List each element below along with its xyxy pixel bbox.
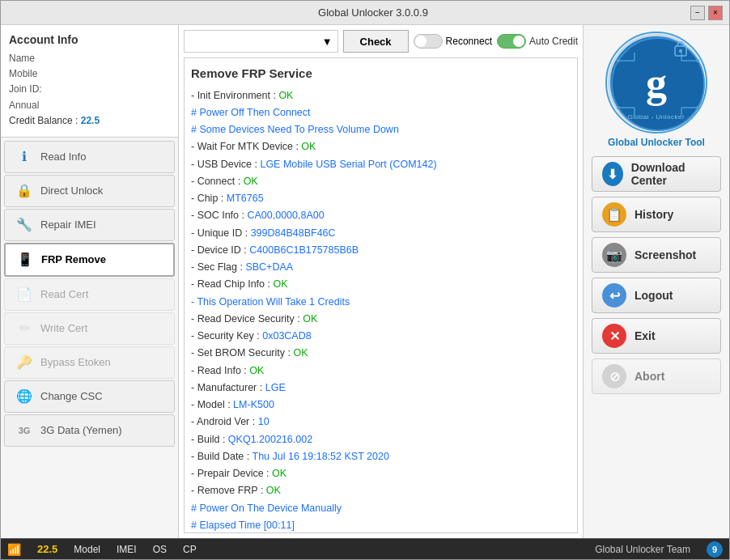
account-info-title: Account Info (9, 33, 170, 46)
log-line: - Prepair Device : OK (191, 465, 571, 482)
change-csc-icon: 🌐 (15, 387, 34, 406)
sidebar-item-3g-data[interactable]: 3G 3G Data (Yemen) (4, 414, 175, 447)
download-center-label: Download Center (631, 161, 711, 187)
window-title: Global Unlocker 3.0.0.9 (56, 6, 690, 19)
logo-ring: g Global - Unlocker (605, 32, 707, 134)
log-area: Remove FRP Service - Init Environment : … (184, 57, 578, 533)
exit-label: Exit (635, 329, 656, 342)
status-bar: 📶 22.5 Model IMEI OS CP Global Unlocker … (1, 538, 729, 559)
window-controls: − × (690, 6, 723, 20)
sidebar-item-read-cert[interactable]: 📄 Read Cert (4, 278, 175, 311)
logo-circle: g Global - Unlocker (608, 34, 705, 131)
minimize-button[interactable]: − (690, 6, 705, 20)
exit-button[interactable]: ✕ Exit (592, 318, 721, 354)
status-badge: 9 (707, 541, 723, 558)
sidebar-buttons: ℹ Read Info 🔒 Direct Unlock 🔧 Repair IME… (1, 138, 178, 538)
abort-label: Abort (635, 370, 664, 383)
log-line: - Connect : OK (191, 173, 571, 190)
sidebar-item-label: 3G Data (Yemen) (40, 424, 122, 436)
sidebar: Account Info Name Mobile Join ID: Annual… (1, 25, 179, 538)
account-name-label: Name (9, 51, 170, 66)
write-cert-icon: ✏ (15, 319, 34, 338)
sidebar-item-change-csc[interactable]: 🌐 Change CSC (4, 380, 175, 413)
log-line: # Power On The Device Manually (191, 500, 571, 517)
log-line: - Remove FRP : OK (191, 482, 571, 499)
history-label: History (635, 208, 673, 221)
main-window: Global Unlocker 3.0.0.9 − × Account Info… (0, 0, 730, 560)
reconnect-label: Reconnect (446, 36, 492, 47)
status-cp-label: CP (183, 544, 197, 555)
center-panel: ▼ Check Reconnect Auto Credit Remo (179, 25, 584, 538)
log-line: - Unique ID : 399D84B48BF46C (191, 225, 571, 242)
screenshot-button[interactable]: 📷 Screenshot (592, 237, 721, 273)
status-credit: 22.5 (37, 543, 57, 555)
log-line: - Read Chip Info : OK (191, 276, 571, 293)
logout-button[interactable]: ↩ Logout (592, 278, 721, 313)
title-bar: Global Unlocker 3.0.0.9 − × (1, 1, 729, 25)
history-icon: 📋 (602, 202, 626, 227)
close-button[interactable]: × (708, 6, 723, 20)
log-line: - Sec Flag : SBC+DAA (191, 259, 571, 276)
auto-credit-toggle[interactable] (497, 34, 526, 49)
bypass-etoken-icon: 🔑 (15, 353, 34, 372)
log-line: - Device ID : C400B6C1B175785B6B (191, 242, 571, 259)
auto-credit-label: Auto Credit (529, 36, 578, 47)
sidebar-item-label: Read Info (40, 151, 86, 163)
sidebar-item-label: Repair IMEI (40, 218, 96, 231)
download-center-button[interactable]: ⬇ Download Center (592, 156, 721, 192)
sidebar-item-label: Bypass Etoken (40, 356, 111, 368)
sidebar-item-label: Change CSC (40, 390, 103, 402)
log-title: Remove FRP Service (191, 63, 571, 84)
main-content: Account Info Name Mobile Join ID: Annual… (1, 25, 729, 538)
sidebar-item-read-info[interactable]: ℹ Read Info (4, 141, 175, 173)
auto-credit-section: Auto Credit (497, 34, 578, 49)
log-line: - Init Environment : OK (191, 87, 571, 104)
sidebar-item-frp-remove[interactable]: 📱 FRP Remove (4, 243, 175, 277)
log-line: - USB Device : LGE Mobile USB Serial Por… (191, 156, 571, 173)
account-info-panel: Account Info Name Mobile Join ID: Annual… (1, 25, 178, 138)
sidebar-item-label: Write Cert (40, 322, 87, 334)
read-cert-icon: 📄 (15, 285, 34, 304)
exit-icon: ✕ (602, 324, 626, 348)
chevron-down-icon: ▼ (322, 36, 333, 48)
download-center-icon: ⬇ (602, 162, 623, 186)
reconnect-toggle[interactable] (414, 34, 443, 49)
abort-icon: ⊘ (602, 364, 626, 388)
svg-point-12 (696, 106, 699, 109)
screenshot-icon: 📷 (602, 243, 626, 267)
sidebar-item-label: FRP Remove (41, 253, 106, 265)
sidebar-item-repair-imei[interactable]: 🔧 Repair IMEI (4, 209, 175, 241)
screenshot-label: Screenshot (635, 248, 696, 261)
account-mobile-label: Mobile (9, 66, 170, 82)
sidebar-item-label: Direct Unlock (40, 185, 103, 197)
account-annual-label: Annual (9, 98, 170, 113)
history-button[interactable]: 📋 History (592, 197, 721, 232)
sidebar-item-write-cert[interactable]: ✏ Write Cert (4, 312, 175, 345)
sidebar-item-direct-unlock[interactable]: 🔒 Direct Unlock (4, 175, 175, 207)
log-line: - Android Ver : 10 (191, 414, 571, 431)
log-line: - Read Info : OK (191, 363, 571, 380)
log-line: - Manufacturer : LGE (191, 380, 571, 397)
log-line: - Security Key : 0x03CAD8 (191, 328, 571, 345)
log-line: - Set BROM Security : OK (191, 345, 571, 362)
abort-button[interactable]: ⊘ Abort (592, 358, 721, 394)
logout-icon: ↩ (602, 283, 626, 308)
log-line: # Elapsed Time [00:11] (191, 517, 571, 533)
frp-remove-icon: 📱 (15, 250, 35, 269)
check-button[interactable]: Check (343, 30, 409, 53)
account-credit-label: Credit Balance : 22.5 (9, 113, 170, 129)
svg-point-14 (679, 49, 682, 53)
reconnect-thumb (415, 36, 427, 47)
device-dropdown[interactable]: ▼ (184, 30, 338, 53)
logo-subtitle: Global Unlocker Tool (608, 137, 705, 148)
svg-point-3 (617, 59, 620, 62)
logout-label: Logout (635, 289, 673, 302)
log-line: - Build : QKQ1.200216.002 (191, 431, 571, 448)
svg-point-9 (617, 106, 620, 109)
svg-point-6 (696, 59, 699, 62)
sidebar-item-bypass-etoken[interactable]: 🔑 Bypass Etoken (4, 346, 175, 379)
account-joinid-label: Join ID: (9, 82, 170, 97)
toolbar: ▼ Check Reconnect Auto Credit (184, 30, 578, 53)
status-os-label: OS (153, 544, 167, 555)
3g-data-icon: 3G (15, 421, 34, 440)
